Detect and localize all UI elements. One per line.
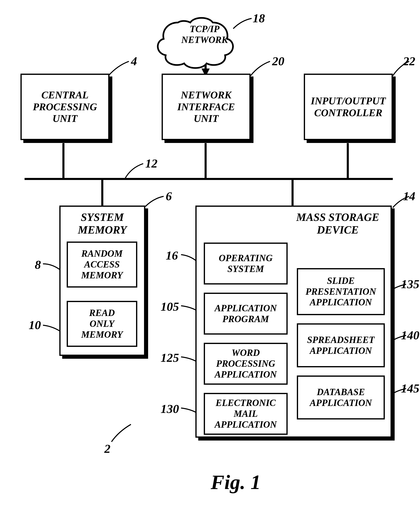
ref-18: 18: [253, 11, 265, 25]
label-database: DATABASE APPLICATION: [310, 387, 372, 408]
block-sysmem: SYSTEM MEMORY RANDOM ACCESS MEMORY READ …: [59, 206, 145, 356]
ref-16: 16: [166, 248, 178, 262]
label-mass-storage: MASS STORAGE DEVICE: [289, 211, 387, 236]
diagram-canvas: TCP/IP NETWORK 18 CENTRAL PROCESSING UNI…: [0, 0, 420, 525]
ref-2: 2: [104, 442, 110, 456]
label-email: ELECTRONIC MAIL APPLICATION: [215, 398, 277, 430]
label-rom: READ ONLY MEMORY: [81, 308, 123, 340]
label-io: INPUT/OUTPUT CONTROLLER: [311, 95, 386, 119]
figure-label: Fig. 1: [211, 470, 261, 494]
block-os: OPERATING SYSTEM: [204, 243, 288, 284]
label-word: WORD PROCESSING APPLICATION: [215, 347, 277, 380]
label-slide: SLIDE PRESENTATION APPLICATION: [305, 275, 376, 308]
label-ram: RANDOM ACCESS MEMORY: [81, 248, 123, 281]
ref-8: 8: [35, 258, 41, 272]
label-cpu: CENTRAL PROCESSING UNIT: [33, 89, 97, 124]
svg-marker-7: [201, 46, 210, 54]
label-app-program: APPLICATION PROGRAM: [215, 303, 277, 325]
ref-125: 125: [161, 351, 179, 365]
block-database: DATABASE APPLICATION: [297, 375, 385, 420]
block-email: ELECTRONIC MAIL APPLICATION: [204, 393, 288, 435]
block-io: INPUT/OUTPUT CONTROLLER: [304, 74, 393, 140]
block-rom: READ ONLY MEMORY: [67, 301, 137, 347]
ref-145: 145: [401, 381, 419, 395]
label-os: OPERATING SYSTEM: [219, 253, 273, 274]
label-sysmem: SYSTEM MEMORY: [61, 211, 144, 236]
label-spreadsheet: SPREADSHEET APPLICATION: [307, 335, 375, 356]
block-nic: NETWORK INTERFACE UNIT: [162, 74, 251, 140]
ref-130: 130: [161, 402, 179, 416]
ref-22: 22: [403, 54, 415, 68]
block-ram: RANDOM ACCESS MEMORY: [67, 242, 137, 288]
ref-14: 14: [403, 189, 415, 203]
block-mass-storage: MASS STORAGE DEVICE OPERATING SYSTEM APP…: [195, 206, 392, 438]
ref-105: 105: [161, 300, 179, 314]
block-slide: SLIDE PRESENTATION APPLICATION: [297, 268, 385, 315]
cloud-label: TCP/IP NETWORK: [178, 24, 231, 45]
block-cpu: CENTRAL PROCESSING UNIT: [20, 74, 109, 140]
block-spreadsheet: SPREADSHEET APPLICATION: [297, 323, 385, 367]
ref-6: 6: [166, 189, 172, 203]
block-word: WORD PROCESSING APPLICATION: [204, 343, 288, 385]
ref-135: 135: [401, 277, 419, 291]
ref-10: 10: [29, 318, 41, 332]
ref-12: 12: [145, 157, 158, 170]
label-nic: NETWORK INTERFACE UNIT: [177, 89, 235, 124]
ref-140: 140: [401, 328, 419, 342]
ref-20: 20: [272, 54, 284, 68]
ref-4: 4: [131, 54, 137, 68]
block-app-program: APPLICATION PROGRAM: [204, 293, 288, 335]
